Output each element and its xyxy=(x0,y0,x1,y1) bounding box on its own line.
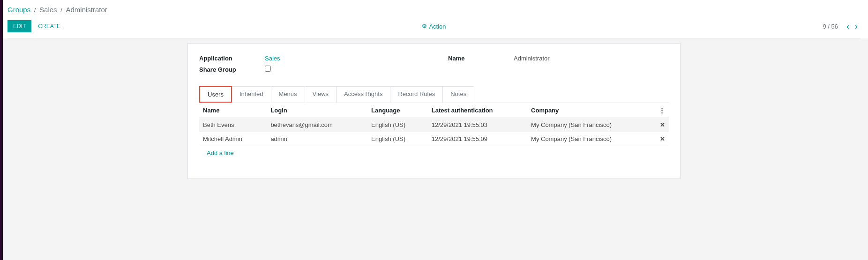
col-latest-auth[interactable]: Latest authentication xyxy=(428,103,527,118)
create-button[interactable]: CREATE xyxy=(34,21,64,32)
tab-access-rights[interactable]: Access Rights xyxy=(336,86,390,103)
breadcrumb-sep: / xyxy=(60,7,62,14)
cell-name: Beth Evens xyxy=(199,118,267,132)
action-dropdown[interactable]: ⚙ Action xyxy=(422,23,446,30)
col-name[interactable]: Name xyxy=(199,103,267,118)
cell-login: admin xyxy=(267,132,367,146)
breadcrumb-sep: / xyxy=(34,7,36,14)
pager-prev-icon[interactable]: ‹ xyxy=(844,22,852,31)
share-group-checkbox[interactable] xyxy=(265,66,271,72)
breadcrumb-current: Administrator xyxy=(66,6,107,14)
cell-latest-auth: 12/29/2021 19:55:09 xyxy=(428,132,527,146)
cell-latest-auth: 12/29/2021 19:55:03 xyxy=(428,118,527,132)
tab-inherited[interactable]: Inherited xyxy=(232,86,271,103)
edit-button[interactable]: EDIT xyxy=(7,20,31,32)
tab-notes[interactable]: Notes xyxy=(442,86,474,103)
pager-next-icon[interactable]: › xyxy=(852,22,861,31)
application-value[interactable]: Sales xyxy=(265,55,280,62)
cell-company: My Company (San Francisco) xyxy=(527,132,655,146)
breadcrumb: Groups / Sales / Administrator xyxy=(7,4,861,18)
cell-name: Mitchell Admin xyxy=(199,132,267,146)
application-label: Application xyxy=(199,55,265,62)
tab-bar: Users Inherited Menus Views Access Right… xyxy=(199,86,669,103)
pager-count[interactable]: 9 / 56 xyxy=(823,23,838,30)
form-sheet: Application Sales Share Group Name Admin… xyxy=(187,43,681,179)
tab-menus[interactable]: Menus xyxy=(271,86,305,103)
tab-record-rules[interactable]: Record Rules xyxy=(390,86,443,103)
tab-views[interactable]: Views xyxy=(305,86,337,103)
name-label: Name xyxy=(448,55,514,62)
tab-users[interactable]: Users xyxy=(199,86,232,103)
col-company[interactable]: Company xyxy=(527,103,655,118)
cell-company: My Company (San Francisco) xyxy=(527,118,655,132)
cell-language: English (US) xyxy=(367,118,428,132)
col-login[interactable]: Login xyxy=(267,103,367,118)
share-group-label: Share Group xyxy=(199,66,265,73)
action-label: Action xyxy=(429,23,446,30)
gear-icon: ⚙ xyxy=(422,23,427,30)
add-line-link[interactable]: Add a line xyxy=(203,146,238,160)
name-value: Administrator xyxy=(514,55,550,62)
cell-login: bethevans@gmail.com xyxy=(267,118,367,132)
col-language[interactable]: Language xyxy=(367,103,428,118)
breadcrumb-mid: Sales xyxy=(39,6,57,14)
delete-row-icon[interactable]: ✕ xyxy=(660,121,665,128)
col-options-icon[interactable]: ⋮ xyxy=(655,103,669,118)
users-table: Name Login Language Latest authenticatio… xyxy=(199,103,669,160)
left-rail-stub xyxy=(0,0,3,260)
breadcrumb-root[interactable]: Groups xyxy=(7,6,30,14)
table-row[interactable]: Beth Evens bethevans@gmail.com English (… xyxy=(199,118,669,132)
cell-language: English (US) xyxy=(367,132,428,146)
delete-row-icon[interactable]: ✕ xyxy=(660,135,665,142)
table-row[interactable]: Mitchell Admin admin English (US) 12/29/… xyxy=(199,132,669,146)
